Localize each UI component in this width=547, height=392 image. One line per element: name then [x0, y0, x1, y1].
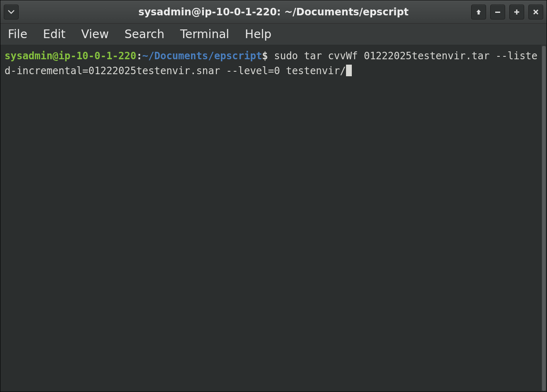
window-titlebar: sysadmin@ip-10-0-1-220: ~/Documents/epsc… — [0, 0, 547, 24]
prompt-user-host: sysadmin@ip-10-0-1-220 — [5, 50, 136, 62]
menubar: File Edit View Search Terminal Help — [0, 24, 547, 45]
menu-terminal[interactable]: Terminal — [178, 26, 232, 43]
terminal-content: sysadmin@ip-10-0-1-220:~/Documents/epscr… — [5, 48, 542, 78]
arrow-up-icon — [475, 9, 482, 15]
prompt-path: ~/Documents/epscript — [142, 50, 262, 62]
window-menu-dropdown[interactable] — [4, 5, 19, 19]
text-cursor — [346, 65, 352, 76]
menu-view[interactable]: View — [79, 26, 111, 43]
menu-file[interactable]: File — [5, 26, 30, 43]
close-button[interactable] — [528, 5, 543, 19]
menu-search[interactable]: Search — [122, 26, 167, 43]
window-title: sysadmin@ip-10-0-1-220: ~/Documents/epsc… — [138, 6, 409, 18]
keep-above-button[interactable] — [471, 5, 486, 19]
prompt-separator: : — [136, 50, 142, 62]
terminal-viewport[interactable]: sysadmin@ip-10-0-1-220:~/Documents/epscr… — [0, 45, 547, 392]
svg-rect-2 — [514, 11, 519, 12]
prompt-end: $ — [262, 50, 268, 62]
window-controls — [471, 5, 543, 19]
plus-icon — [513, 9, 520, 15]
close-icon — [532, 9, 539, 15]
svg-rect-0 — [495, 12, 500, 13]
menu-edit[interactable]: Edit — [41, 26, 68, 43]
minimize-icon — [494, 9, 501, 15]
menu-help[interactable]: Help — [242, 26, 274, 43]
scrollbar-thumb[interactable] — [542, 46, 546, 391]
minimize-button[interactable] — [490, 5, 505, 19]
maximize-button[interactable] — [509, 5, 524, 19]
chevron-down-icon — [8, 10, 15, 14]
vertical-scrollbar[interactable] — [541, 45, 547, 392]
